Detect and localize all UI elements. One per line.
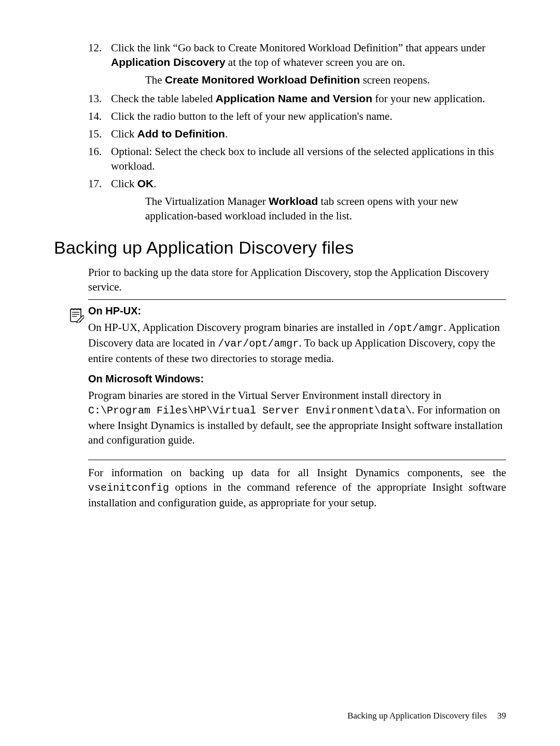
bold-term: Application Name and Version xyxy=(216,92,372,104)
code-command: vseinitconfig xyxy=(88,482,169,494)
step-text: Click the link “Go back to Create Monito… xyxy=(111,40,506,70)
text-run: Click xyxy=(111,128,137,140)
step-12-sub: The Create Monitored Workload Definition… xyxy=(145,73,506,87)
bold-term: Workload xyxy=(269,195,318,207)
bold-term: Create Monitored Workload Definition xyxy=(165,74,360,86)
step-14: 14. Click the radio button to the left o… xyxy=(88,109,506,123)
text-run: at the top of whatever screen you are on… xyxy=(226,56,405,68)
code-path: /var/opt/amgr xyxy=(218,338,299,350)
hpux-paragraph: On HP-UX, Application Discovery program … xyxy=(88,320,506,366)
document-page: 12. Click the link “Go back to Create Mo… xyxy=(0,0,560,746)
divider xyxy=(88,299,506,300)
after-note-paragraph: For information on backing up data for a… xyxy=(88,465,506,510)
text-run: The Virtualization Manager xyxy=(145,195,269,208)
step-16: 16. Optional: Select the check box to in… xyxy=(88,144,506,173)
text-run: for your new application. xyxy=(372,92,485,105)
section-heading: Backing up Application Discovery files xyxy=(54,238,506,258)
windows-heading: On Microsoft Windows: xyxy=(88,373,506,385)
text-run: For information on backing up data for a… xyxy=(88,466,506,479)
note-content: On HP-UX: On HP-UX, Application Discover… xyxy=(88,305,506,454)
text-run: The xyxy=(145,74,165,86)
text-run: screen reopens. xyxy=(360,74,430,86)
step-17: 17. Click OK. xyxy=(88,176,506,191)
text-run: On HP-UX, Application Discovery program … xyxy=(88,321,387,334)
note-row: On HP-UX: On HP-UX, Application Discover… xyxy=(88,305,506,454)
page-number: 39 xyxy=(497,711,506,721)
bold-term: Add to Definition xyxy=(137,128,225,140)
ordered-steps: 12. Click the link “Go back to Create Mo… xyxy=(88,40,506,223)
step-number: 17. xyxy=(88,176,111,191)
text-run: . xyxy=(153,177,156,190)
code-path: /opt/amgr xyxy=(387,322,443,334)
text-run: Program binaries are stored in the Virtu… xyxy=(88,389,441,402)
intro-paragraph: Prior to backing up the data store for A… xyxy=(88,265,506,294)
step-text: Check the table labeled Application Name… xyxy=(111,91,506,106)
step-text: Click the radio button to the left of yo… xyxy=(111,109,506,123)
step-number: 15. xyxy=(88,127,111,141)
step-17-sub: The Virtualization Manager Workload tab … xyxy=(145,194,506,223)
page-footer: Backing up Application Discovery files39 xyxy=(347,711,506,721)
code-path: C:\Program Files\HP\Virtual Server Envir… xyxy=(88,405,412,417)
step-number: 13. xyxy=(88,91,111,106)
step-number: 12. xyxy=(88,40,111,55)
step-number: 14. xyxy=(88,109,111,123)
step-text: Click Add to Definition. xyxy=(111,127,506,141)
bold-term: OK xyxy=(137,177,154,189)
step-15: 15. Click Add to Definition. xyxy=(88,127,506,141)
step-number: 16. xyxy=(88,144,111,159)
footer-text: Backing up Application Discovery files xyxy=(347,711,487,721)
text-run: Check the table labeled xyxy=(111,92,216,105)
step-text: Optional: Select the check box to includ… xyxy=(111,144,506,173)
divider xyxy=(88,460,506,460)
hpux-heading: On HP-UX: xyxy=(88,305,506,317)
step-text: Click OK. xyxy=(111,176,506,191)
step-13: 13. Check the table labeled Application … xyxy=(88,91,506,106)
step-12: 12. Click the link “Go back to Create Mo… xyxy=(88,40,506,70)
text-run: . xyxy=(225,128,228,140)
note-icon xyxy=(67,306,84,325)
bold-term: Application Discovery xyxy=(111,56,226,68)
note-block: On HP-UX: On HP-UX, Application Discover… xyxy=(88,299,506,510)
windows-paragraph: Program binaries are stored in the Virtu… xyxy=(88,388,506,447)
text-run: Click xyxy=(111,177,137,190)
text-run: Click the link “Go back to Create Monito… xyxy=(111,42,485,54)
